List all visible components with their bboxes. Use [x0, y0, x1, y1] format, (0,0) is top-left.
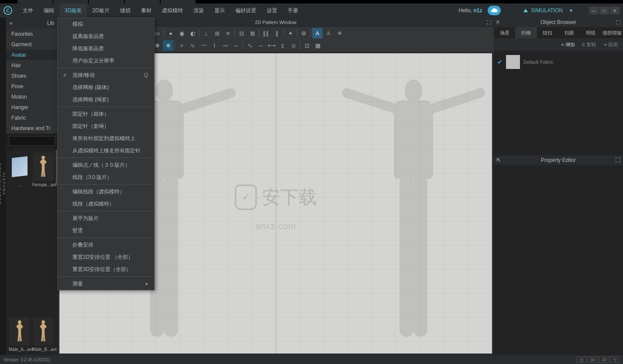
menu-item[interactable]: 重置2D安排位置 （全部）: [58, 251, 154, 263]
tool-icon[interactable]: ●: [165, 28, 176, 38]
menu-item[interactable]: 编辑线段（虚拟模特）: [58, 185, 154, 198]
menu-编辑[interactable]: 编辑: [38, 3, 59, 17]
menu-item[interactable]: 提高服装品质: [58, 30, 154, 42]
collapse-icon[interactable]: «: [10, 20, 13, 26]
check-icon[interactable]: ✔: [497, 58, 503, 65]
configurator-tab[interactable]: CONFIGURATOR: [0, 26, 2, 342]
menu-item[interactable]: 将所有针固定到虚拟模特上: [58, 132, 154, 144]
menu-item[interactable]: 选择/移动Q: [58, 69, 154, 81]
menu-3D服装[interactable]: 3D服装: [59, 3, 87, 17]
tool-icon[interactable]: ⊠: [247, 28, 258, 38]
tool-icon[interactable]: ≈: [176, 40, 187, 51]
object-browser-tab[interactable]: 织物: [515, 27, 537, 38]
library-item[interactable]: ..: [9, 153, 31, 187]
fabric-item[interactable]: ✔ Default Fabric: [497, 54, 620, 70]
add-button[interactable]: + 增加: [559, 41, 578, 49]
menu-item[interactable]: 编辑点／线（３Ｄ版片）: [58, 159, 154, 171]
library-tab[interactable]: Fabric: [6, 113, 58, 123]
menu-渲染[interactable]: 渲染: [188, 3, 209, 17]
library-item[interactable]: Male_B...avt: [32, 317, 54, 352]
library-item[interactable]: Female...avt: [32, 153, 54, 187]
object-browser-tab[interactable]: 纽扣: [537, 27, 558, 38]
tool-icon[interactable]: ↔: [255, 40, 266, 51]
tool-icon[interactable]: ⫼: [288, 40, 299, 51]
library-tab[interactable]: Avatar: [6, 50, 58, 60]
tool-icon[interactable]: ⚙: [299, 28, 309, 38]
tool-icon[interactable]: ⏦: [231, 40, 241, 51]
menu-item[interactable]: 重置3D安排位置（全部）: [58, 263, 154, 275]
tool-icon[interactable]: ◐: [187, 28, 198, 38]
menu-item[interactable]: 折叠安排: [58, 239, 154, 251]
menu-item[interactable]: 用户自定义分辨率: [58, 55, 154, 67]
menu-item[interactable]: 线段（虚拟模特）: [58, 198, 154, 210]
object-browser-tab[interactable]: 缝纫褶皱: [602, 27, 623, 38]
tool-icon[interactable]: ▦: [313, 40, 323, 51]
expand-icon[interactable]: ⛶: [487, 20, 491, 25]
library-tab[interactable]: Shoes: [6, 71, 58, 81]
tool-icon[interactable]: ≡: [223, 28, 233, 38]
tool-icon[interactable]: ✱: [163, 40, 173, 51]
pin-icon[interactable]: ⇱: [496, 157, 501, 163]
expand-icon[interactable]: ⛶: [616, 20, 620, 25]
menu-item[interactable]: 选择网格 (箱体): [58, 81, 154, 93]
library-tab[interactable]: Garment: [6, 39, 58, 50]
object-browser-tab[interactable]: 扣眼: [558, 27, 580, 38]
menu-item[interactable]: 降低服装品质: [58, 42, 154, 55]
tool-icon[interactable]: ⊟: [236, 28, 247, 38]
menu-item[interactable]: 熨烫: [58, 224, 154, 237]
pin-icon[interactable]: ⇱: [496, 20, 500, 25]
view-2d-button[interactable]: 2D: [599, 357, 609, 363]
menu-item[interactable]: 模拟: [58, 18, 154, 30]
menu-手册[interactable]: 手册: [282, 3, 303, 17]
tool-icon[interactable]: ⊞: [212, 28, 222, 38]
library-tab[interactable]: Motion: [6, 92, 58, 102]
library-item[interactable]: Male_A...avt: [9, 317, 31, 352]
menu-虚拟模特[interactable]: 虚拟模特: [157, 3, 188, 17]
menu-显示[interactable]: 显示: [209, 3, 230, 17]
library-tab[interactable]: Hanger: [6, 102, 58, 113]
close-button[interactable]: ✕: [610, 7, 620, 14]
refresh-icon[interactable]: ↻: [611, 357, 620, 363]
tool-icon[interactable]: ‖: [272, 28, 282, 38]
copy-button[interactable]: ⎘ 复制: [579, 41, 599, 49]
cloud-sync-button[interactable]: [488, 6, 501, 15]
menu-item[interactable]: 线段（3Ｄ版片）: [58, 171, 154, 183]
maximize-button[interactable]: □: [599, 7, 609, 14]
history-tab[interactable]: HISTORY: [2, 26, 6, 342]
menu-item[interactable]: 固定针（箱体）: [58, 108, 154, 120]
text-tool-icon[interactable]: A: [323, 28, 334, 38]
library-tab[interactable]: Pose: [6, 81, 58, 92]
tool-icon[interactable]: 〰: [198, 40, 209, 51]
menu-缝纫[interactable]: 缝纫: [115, 3, 136, 17]
menu-item[interactable]: 展平为版片: [58, 212, 154, 224]
menu-偏好设置[interactable]: 偏好设置: [230, 3, 262, 17]
tool-icon[interactable]: ‡: [277, 40, 288, 51]
text-tool-icon[interactable]: ᴬA: [334, 28, 344, 38]
menu-item[interactable]: 选择网格 (绳套): [58, 93, 154, 106]
tool-icon[interactable]: ⊡: [302, 40, 312, 51]
tool-icon[interactable]: ⤡: [244, 40, 255, 51]
text-tool-a-icon[interactable]: A: [312, 28, 323, 38]
menu-文件[interactable]: 文件: [17, 3, 38, 17]
tool-icon[interactable]: ⁓: [220, 40, 231, 51]
tool-icon[interactable]: ◉: [176, 28, 187, 38]
tool-icon[interactable]: ⌇: [209, 40, 220, 51]
menu-item[interactable]: 从虚拟模特上移走所有固定针: [58, 144, 154, 157]
library-search-input[interactable]: [9, 136, 55, 146]
view-toggle[interactable]: ▯▯: [577, 357, 586, 363]
tool-icon[interactable]: ∿: [187, 40, 198, 51]
expand-icon[interactable]: ⛶: [615, 157, 620, 163]
view-3d-button[interactable]: 3D: [588, 357, 598, 363]
object-browser-tab[interactable]: 场景: [494, 27, 515, 38]
minimize-button[interactable]: —: [589, 7, 599, 14]
library-tab[interactable]: Hardware and Tr: [6, 123, 58, 134]
object-browser-tab[interactable]: 明线: [580, 27, 601, 38]
menu-item[interactable]: 测量▸: [58, 278, 154, 290]
library-tab[interactable]: Favorites: [6, 29, 58, 39]
menu-素材[interactable]: 素材: [136, 3, 157, 17]
apply-button[interactable]: ⇥ 应用: [600, 41, 620, 49]
tool-icon[interactable]: ⟂: [201, 28, 211, 38]
tool-icon[interactable]: ‖‖: [261, 28, 271, 38]
menu-2D板片[interactable]: 2D板片: [87, 3, 114, 17]
simulation-mode-button[interactable]: SIMULATION: [518, 5, 576, 16]
